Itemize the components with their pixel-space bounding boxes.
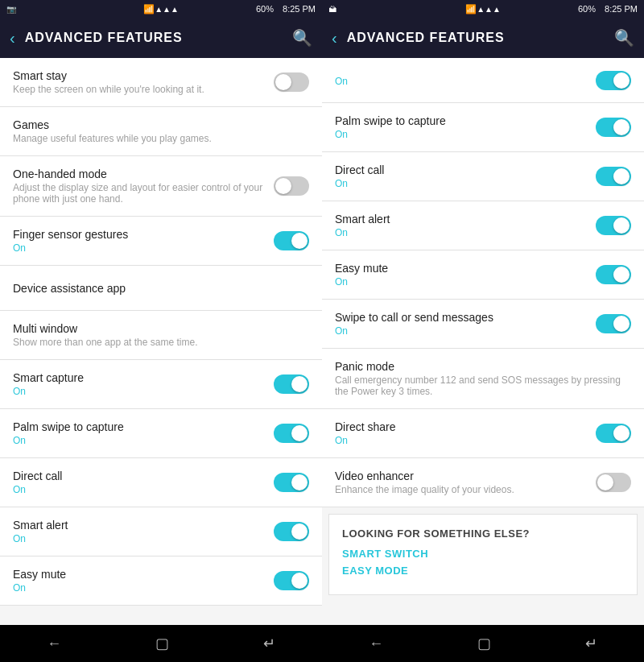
left-back-button[interactable]: ‹: [10, 29, 15, 48]
left-finger-sensor-title: Finger sensor gestures: [13, 228, 274, 241]
right-nav-bar: ← ▢ ↵: [322, 625, 644, 662]
left-smart-capture-status: On: [13, 386, 274, 397]
right-direct-share-title: Direct share: [335, 420, 596, 433]
right-palm-swipe-title: Palm swipe to capture: [335, 114, 596, 127]
right-top-partial-status: On: [335, 76, 596, 87]
left-nav-recents[interactable]: ↵: [247, 628, 291, 659]
left-signal-text: ▲▲▲: [155, 5, 179, 14]
right-photo-icon: 🏔: [328, 5, 336, 14]
right-swipe-call-toggle[interactable]: [596, 314, 631, 333]
right-page-title: ADVANCED FEATURES: [347, 31, 614, 45]
smart-switch-link[interactable]: SMART SWITCH: [342, 548, 624, 560]
right-direct-call-status: On: [335, 178, 596, 189]
right-palm-swipe-toggle[interactable]: [596, 118, 631, 137]
right-palm-swipe-item[interactable]: Palm swipe to capture On: [322, 103, 644, 152]
right-video-enhancer-item[interactable]: Video enhancer Enhance the image quality…: [322, 458, 644, 507]
left-smart-stay-toggle[interactable]: [274, 72, 309, 92]
left-search-button[interactable]: 🔍: [292, 28, 312, 48]
left-one-handed-toggle[interactable]: [274, 176, 309, 196]
left-easy-mute-status: On: [13, 582, 274, 594]
left-header: ‹ ADVANCED FEATURES 🔍: [0, 18, 322, 58]
left-finger-sensor-item[interactable]: Finger sensor gestures On: [0, 217, 322, 266]
left-games-subtitle: Manage useful features while you play ga…: [13, 133, 309, 144]
right-wifi-icon: 📶: [465, 4, 477, 14]
left-smart-capture-toggle[interactable]: [274, 374, 309, 394]
easy-mode-link[interactable]: EASY MODE: [342, 565, 624, 577]
left-palm-swipe-item[interactable]: Palm swipe to capture On: [0, 409, 322, 458]
left-easy-mute-title: Easy mute: [13, 568, 274, 581]
left-palm-swipe-status: On: [13, 435, 274, 446]
right-smart-alert-status: On: [335, 227, 596, 238]
right-status-bar: 🏔 📶 ▲▲▲ 60% 8:25 PM: [322, 0, 644, 18]
right-direct-share-item[interactable]: Direct share On: [322, 409, 644, 458]
right-panic-mode-title: Panic mode: [335, 360, 631, 373]
right-video-enhancer-title: Video enhancer: [335, 470, 596, 482]
left-games-item[interactable]: Games Manage useful features while you p…: [0, 107, 322, 156]
right-screen: 🏔 📶 ▲▲▲ 60% 8:25 PM ‹ ADVANCED FEATURES …: [322, 0, 644, 625]
right-panic-mode-subtitle: Call emergency number 112 and send SOS m…: [335, 374, 631, 397]
right-nav-back[interactable]: ←: [353, 629, 399, 659]
left-finger-sensor-toggle[interactable]: [274, 231, 309, 250]
left-nav-bar: ← ▢ ↵: [0, 625, 322, 662]
right-panic-mode-item[interactable]: Panic mode Call emergency number 112 and…: [322, 349, 644, 409]
right-header: ‹ ADVANCED FEATURES 🔍: [322, 18, 644, 58]
left-device-assistance-title: Device assistance app: [13, 282, 309, 295]
right-search-button[interactable]: 🔍: [614, 28, 634, 48]
left-smart-alert-item[interactable]: Smart alert On: [0, 507, 322, 556]
left-multi-window-title: Multi window: [13, 322, 309, 335]
looking-title: LOOKING FOR SOMETHING ELSE?: [342, 528, 624, 540]
right-time: 8:25 PM: [605, 4, 638, 14]
left-time: 8:25 PM: [283, 4, 316, 14]
left-battery-text: 60%: [256, 4, 274, 14]
right-easy-mute-toggle[interactable]: [596, 265, 631, 284]
right-direct-call-toggle[interactable]: [596, 167, 631, 186]
right-back-button[interactable]: ‹: [332, 29, 337, 48]
right-smart-alert-title: Smart alert: [335, 213, 596, 225]
left-camera-icon: 📷: [6, 5, 16, 14]
left-nav-home[interactable]: ▢: [139, 628, 185, 659]
left-finger-sensor-status: On: [13, 242, 274, 254]
right-swipe-call-status: On: [335, 325, 596, 337]
left-multi-window-item[interactable]: Multi window Show more than one app at t…: [0, 311, 322, 360]
right-direct-call-item[interactable]: Direct call On: [322, 152, 644, 201]
left-smart-capture-title: Smart capture: [13, 371, 274, 384]
left-smart-stay-title: Smart stay: [13, 69, 274, 82]
left-one-handed-item[interactable]: One-handed mode Adjust the display size …: [0, 156, 322, 217]
left-direct-call-status: On: [13, 484, 274, 495]
left-device-assistance-item[interactable]: Device assistance app: [0, 266, 322, 311]
left-smart-alert-title: Smart alert: [13, 519, 274, 532]
left-direct-call-title: Direct call: [13, 470, 274, 482]
left-smart-alert-status: On: [13, 533, 274, 544]
left-direct-call-item[interactable]: Direct call On: [0, 458, 322, 507]
right-palm-swipe-status: On: [335, 129, 596, 140]
left-smart-stay-item[interactable]: Smart stay Keep the screen on while you'…: [0, 58, 322, 107]
left-nav-back[interactable]: ←: [31, 629, 77, 659]
left-status-bar: 📶 ▲▲▲ 60% 8:25 PM 📷: [0, 0, 322, 18]
left-palm-swipe-title: Palm swipe to capture: [13, 420, 274, 433]
right-direct-call-title: Direct call: [335, 163, 596, 176]
right-top-partial-item[interactable]: On: [322, 58, 644, 103]
left-easy-mute-toggle[interactable]: [274, 571, 309, 590]
right-swipe-call-item[interactable]: Swipe to call or send messages On: [322, 300, 644, 349]
right-top-partial-toggle[interactable]: [596, 71, 631, 90]
right-direct-share-toggle[interactable]: [596, 424, 631, 443]
left-easy-mute-item[interactable]: Easy mute On: [0, 556, 322, 606]
left-games-title: Games: [13, 118, 309, 131]
right-video-enhancer-toggle[interactable]: [596, 473, 631, 492]
left-palm-swipe-toggle[interactable]: [274, 424, 309, 443]
left-smart-alert-toggle[interactable]: [274, 522, 309, 541]
left-screen: 📶 ▲▲▲ 60% 8:25 PM 📷 ‹ ADVANCED FEATURES …: [0, 0, 322, 625]
right-easy-mute-status: On: [335, 276, 596, 288]
right-battery-text: 60%: [578, 4, 596, 14]
right-easy-mute-title: Easy mute: [335, 262, 596, 275]
right-nav-home[interactable]: ▢: [461, 628, 507, 659]
left-direct-call-toggle[interactable]: [274, 473, 309, 492]
right-smart-alert-toggle[interactable]: [596, 216, 631, 235]
right-easy-mute-item[interactable]: Easy mute On: [322, 250, 644, 300]
left-smart-capture-item[interactable]: Smart capture On: [0, 360, 322, 409]
right-smart-alert-item[interactable]: Smart alert On: [322, 201, 644, 250]
right-nav-recents[interactable]: ↵: [569, 628, 613, 659]
left-content: Smart stay Keep the screen on while you'…: [0, 58, 322, 625]
looking-for-box: LOOKING FOR SOMETHING ELSE? SMART SWITCH…: [328, 514, 638, 595]
right-signal-text: ▲▲▲: [477, 5, 501, 14]
